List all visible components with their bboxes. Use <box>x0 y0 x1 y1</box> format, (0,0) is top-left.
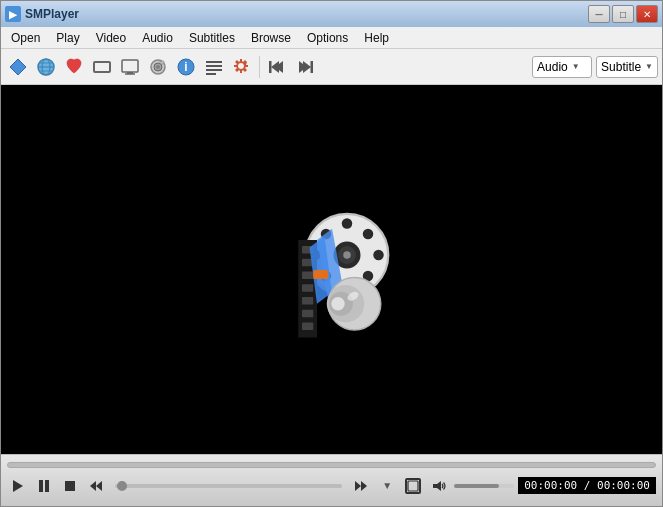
menu-options[interactable]: Options <box>299 29 356 47</box>
svg-marker-56 <box>96 481 102 491</box>
svg-rect-17 <box>206 65 222 67</box>
svg-rect-13 <box>160 61 164 64</box>
svg-rect-40 <box>302 271 313 279</box>
main-window: ▶ SMPlayer ─ □ ✕ Open Play Video Audio S… <box>0 0 663 507</box>
forward-button[interactable] <box>350 475 372 497</box>
toolbar: i <box>1 49 662 85</box>
menubar: Open Play Video Audio Subtitles Browse O… <box>1 27 662 49</box>
aspect-icon[interactable] <box>89 54 115 80</box>
svg-marker-57 <box>355 481 361 491</box>
close-button[interactable]: ✕ <box>636 5 658 23</box>
svg-rect-60 <box>408 481 418 491</box>
seek-bar[interactable] <box>115 484 342 488</box>
menu-help[interactable]: Help <box>356 29 397 47</box>
prev-track-icon[interactable] <box>264 54 290 80</box>
menu-subtitles[interactable]: Subtitles <box>181 29 243 47</box>
volume-button[interactable] <box>428 475 450 497</box>
svg-marker-61 <box>433 481 441 491</box>
controls-bar: ▼ 00:00:00 / 00:00:0 <box>1 454 662 506</box>
controls-row: ▼ 00:00:00 / 00:00:0 <box>7 472 656 500</box>
toolbar-separator-1 <box>259 56 260 78</box>
app-icon: ▶ <box>5 6 21 22</box>
svg-point-33 <box>373 249 384 260</box>
svg-text:i: i <box>184 60 187 74</box>
window-title: SMPlayer <box>25 7 584 21</box>
svg-rect-16 <box>206 61 222 63</box>
minimize-button[interactable]: ─ <box>588 5 610 23</box>
titlebar: ▶ SMPlayer ─ □ ✕ <box>1 1 662 27</box>
menu-open[interactable]: Open <box>3 29 48 47</box>
time-display: 00:00:00 / 00:00:00 <box>518 477 656 494</box>
svg-rect-7 <box>122 60 138 72</box>
toolbar-right: Audio ▼ Subtitle ▼ <box>532 56 658 78</box>
svg-rect-25 <box>311 61 314 73</box>
playlist-icon[interactable] <box>201 54 227 80</box>
menu-video[interactable]: Video <box>88 29 134 47</box>
svg-rect-6 <box>94 62 110 72</box>
screen-icon[interactable] <box>117 54 143 80</box>
seek-dropdown[interactable]: ▼ <box>376 475 398 497</box>
svg-rect-41 <box>302 284 313 292</box>
video-area[interactable] <box>1 85 662 454</box>
svg-rect-49 <box>313 270 328 279</box>
svg-rect-18 <box>206 69 222 71</box>
svg-marker-51 <box>13 480 23 492</box>
svg-rect-44 <box>302 322 313 330</box>
audio-dropdown[interactable]: Audio ▼ <box>532 56 592 78</box>
svg-rect-43 <box>302 309 313 317</box>
subtitle-dropdown-arrow: ▼ <box>645 62 653 71</box>
globe-icon[interactable] <box>33 54 59 80</box>
seek-bar-container[interactable] <box>7 462 656 468</box>
maximize-button[interactable]: □ <box>612 5 634 23</box>
audio-dropdown-arrow: ▼ <box>572 62 580 71</box>
menu-audio[interactable]: Audio <box>134 29 181 47</box>
volume-bar[interactable] <box>454 484 514 488</box>
titlebar-buttons: ─ □ ✕ <box>588 5 658 23</box>
svg-rect-54 <box>65 481 75 491</box>
svg-rect-53 <box>45 480 49 492</box>
play-button[interactable] <box>7 475 29 497</box>
svg-point-29 <box>343 251 351 259</box>
menu-browse[interactable]: Browse <box>243 29 299 47</box>
svg-point-35 <box>362 228 373 239</box>
pause-button[interactable] <box>33 475 55 497</box>
seek-handle <box>117 481 127 491</box>
volume-fill <box>454 484 499 488</box>
svg-marker-55 <box>90 481 96 491</box>
fullscreen-button[interactable] <box>402 475 424 497</box>
svg-point-30 <box>341 218 352 229</box>
heart-icon[interactable] <box>61 54 87 80</box>
svg-point-12 <box>156 65 160 69</box>
rewind-button[interactable] <box>85 475 107 497</box>
svg-point-48 <box>331 297 345 311</box>
smplayer-logo <box>257 195 407 345</box>
audio-dropdown-label: Audio <box>537 60 568 74</box>
info-icon[interactable]: i <box>173 54 199 80</box>
menu-play[interactable]: Play <box>48 29 87 47</box>
svg-marker-0 <box>10 59 26 75</box>
next-track-icon[interactable] <box>292 54 318 80</box>
svg-rect-22 <box>269 61 272 73</box>
stop-button[interactable] <box>59 475 81 497</box>
camera-icon[interactable] <box>145 54 171 80</box>
svg-rect-52 <box>39 480 43 492</box>
open-folder-icon[interactable] <box>5 54 31 80</box>
svg-marker-58 <box>361 481 367 491</box>
subtitle-dropdown[interactable]: Subtitle ▼ <box>596 56 658 78</box>
settings-icon[interactable] <box>229 54 255 80</box>
svg-rect-42 <box>302 297 313 305</box>
svg-rect-19 <box>206 73 216 75</box>
subtitle-dropdown-label: Subtitle <box>601 60 641 74</box>
